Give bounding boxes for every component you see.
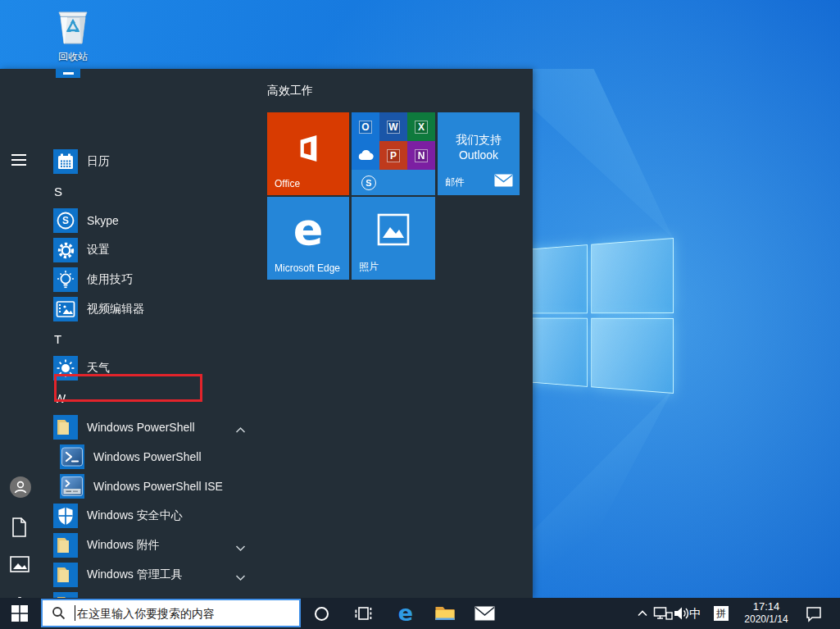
Word-mini-icon: W [379,112,407,141]
app-list-item[interactable]: SSkype [0,206,262,235]
app-item-label: 天气 [87,361,110,376]
windows-start-icon [11,605,28,622]
tile-photos[interactable]: 照片 [352,197,435,280]
start-menu-app-list: 日历SSSkype设置使用技巧视频编辑器T天气WWindows PowerShe… [0,69,262,598]
tile-label: 邮件 [445,175,465,189]
ime-mode-indicator[interactable]: 中 [689,598,702,629]
tile-mail-promo[interactable]: 我们支持Outlook邮件 [438,112,520,195]
shield-icon [53,504,78,528]
folder-icon [53,533,78,558]
search-input[interactable] [77,607,299,620]
app-list-item[interactable]: Windows 轻松使用 [0,590,262,598]
section-letter-t[interactable]: T [0,324,262,353]
tile-label: Microsoft Edge [275,262,340,274]
ime-pinyin-indicator[interactable]: 拼 [714,606,729,621]
app-item-label: 视频编辑器 [87,302,144,317]
app-list-item[interactable]: Windows 安全中心 [0,501,262,531]
volume-icon [673,605,691,622]
mail-promo-text: 我们支持Outlook [438,132,520,163]
powershell-icon [60,444,84,469]
clock-time: 17:14 [737,600,796,613]
app-item-label: Windows 管理工具 [87,567,183,582]
OneDrive-mini-icon [352,141,379,170]
app-list-item[interactable]: Windows PowerShell ISE [0,472,262,501]
recycle-bin-icon [52,7,93,46]
task-view-button[interactable] [352,598,375,629]
app-item-label: 使用技巧 [87,272,133,287]
file-explorer-icon [434,604,456,622]
taskbar: e 中 拼 17:14 2020/1/14 [0,598,840,629]
app-item-label: Windows PowerShell [93,450,202,463]
app-list-item[interactable]: 设置 [0,235,262,265]
office-logo-icon [296,132,320,168]
edge-taskbar-button[interactable]: e [394,598,417,629]
photos-icon [377,213,410,249]
app-list-item[interactable]: Windows 管理工具 [0,560,262,590]
cortana-button[interactable] [315,607,329,621]
show-hidden-icons-button[interactable] [631,598,654,629]
OneNote-mini-icon: N [407,141,435,170]
mail-envelope-icon [494,174,513,190]
tray-chevron-icon [636,608,649,618]
text-caret [75,605,75,621]
folder-icon [53,415,78,440]
Outlook-mini-icon: O [352,112,379,141]
taskbar-search-box[interactable] [41,599,301,627]
tile-label: Office [275,178,300,189]
file-explorer-button[interactable] [434,598,456,629]
recycle-bin-desktop-icon[interactable]: 回收站 [48,7,98,64]
app-item-label: 设置 [87,243,110,258]
app-list-item[interactable]: 天气 [0,353,262,383]
edge-icon: e [398,598,413,629]
tile-office-apps[interactable]: OWXPNS [352,112,435,195]
windows-logo-wallpaper [518,238,674,394]
start-button[interactable] [0,598,39,629]
chevron-up-icon[interactable] [235,422,247,431]
section-letter-s[interactable]: S [0,176,262,206]
skype-icon: S [53,208,78,233]
Excel-mini-icon: X [407,112,435,141]
task-view-icon [353,604,373,623]
partially-visible-app-tile [56,69,80,78]
app-list-item[interactable]: Windows PowerShell [0,412,262,442]
app-item-label: Windows 安全中心 [87,508,183,523]
app-item-label: Windows PowerShell ISE [93,480,223,493]
app-item-label: Windows 附件 [87,538,160,553]
gear-icon [53,238,78,262]
app-item-label: Skype [87,214,119,227]
powershell-ise-icon [60,474,84,499]
mail-taskbar-button[interactable] [473,598,496,629]
clock-date: 2020/1/14 [737,613,796,626]
tile-group-title: 高效工作 [267,84,313,98]
edge-logo-icon: e [267,203,349,255]
tile-office[interactable]: Office [267,112,349,195]
video-icon [53,297,78,321]
chevron-down-icon[interactable] [235,570,247,578]
start-menu: 日历SSSkype设置使用技巧视频编辑器T天气WWindows PowerShe… [0,69,533,598]
app-list-item[interactable]: Windows 附件 [0,531,262,560]
chevron-down-icon[interactable] [235,540,247,549]
recycle-bin-label: 回收站 [48,50,98,64]
section-letter-w[interactable]: W [0,383,262,412]
lightbulb-icon [53,267,78,292]
folder-icon [53,563,78,587]
tile-edge[interactable]: eMicrosoft Edge [267,197,349,280]
taskbar-clock[interactable]: 17:14 2020/1/14 [737,600,796,626]
action-center-button[interactable] [802,598,825,629]
PowerPoint-mini-icon: P [379,141,407,170]
app-list-item[interactable]: 日历 [0,147,262,176]
app-list-item[interactable]: Windows PowerShell [0,442,262,472]
calendar-icon [53,149,78,174]
app-list-item[interactable]: 使用技巧 [0,265,262,294]
mail-icon [474,606,495,621]
tile-label: 照片 [359,260,379,274]
folder-icon [53,592,78,598]
app-item-label: Windows PowerShell [87,421,195,434]
app-list-item[interactable]: 视频编辑器 [0,294,262,324]
skype-mini-icon: S [352,170,435,195]
sun-icon [53,356,78,381]
app-item-label: 日历 [87,154,110,169]
svg-text:S: S [62,215,69,226]
action-center-icon [805,605,823,622]
search-icon [52,606,66,620]
